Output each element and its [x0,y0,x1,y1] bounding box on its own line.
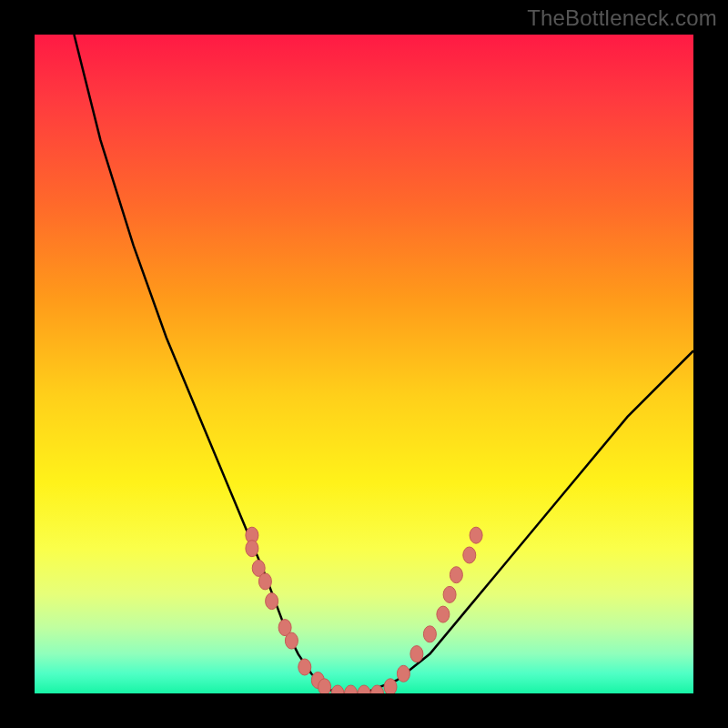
bottleneck-curve [74,35,693,693]
chart-frame: TheBottleneck.com [0,0,728,728]
data-marker [410,646,423,662]
data-marker [443,586,456,602]
data-marker [384,679,397,693]
chart-svg [35,35,693,693]
data-marker [423,626,436,642]
data-marker [285,632,298,649]
data-marker [318,679,331,693]
data-marker [258,573,271,590]
data-marker [450,567,462,583]
data-marker [331,685,344,693]
data-marker [345,685,358,693]
data-marker [463,547,476,563]
plot-area [35,35,693,693]
data-marker [266,593,278,610]
data-marker [470,527,482,543]
data-marker [358,685,370,693]
data-marker [397,665,410,682]
data-marker [437,606,450,622]
data-markers [246,527,482,693]
data-marker [298,659,311,675]
attribution-text: TheBottleneck.com [527,5,717,31]
data-marker [246,541,258,557]
